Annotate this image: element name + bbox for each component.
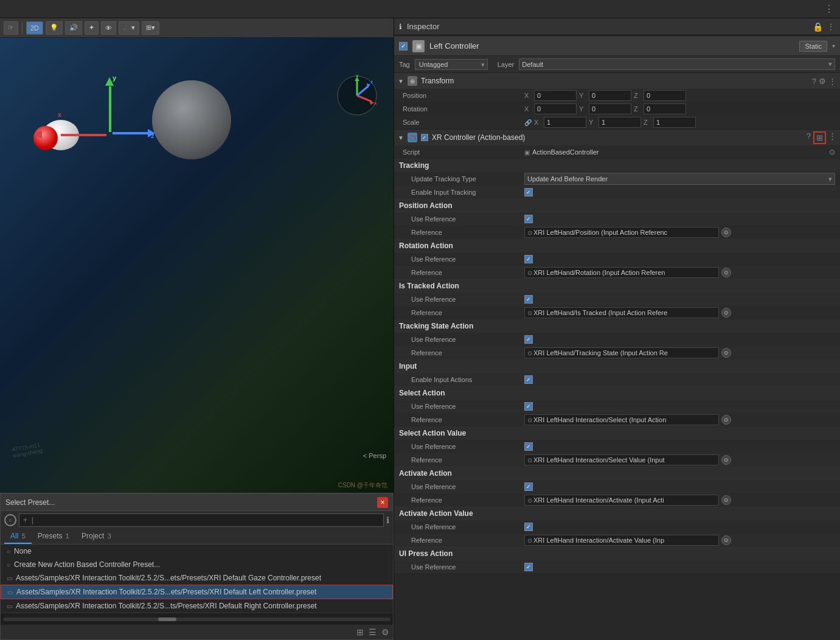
inspector-icons: 🔒 ⋮	[813, 22, 835, 32]
rotation-use-reference-checkbox[interactable]: ✓	[524, 255, 533, 263]
tracking-state-ref-btn[interactable]: ⊙	[721, 348, 731, 358]
activate-ref-btn[interactable]: ⊙	[721, 495, 731, 505]
preset-item-create[interactable]: ○ Create New Action Based Controller Pre…	[1, 558, 393, 571]
position-ref-btn[interactable]: ⊙	[721, 228, 731, 237]
preset-close-button[interactable]: ×	[377, 497, 388, 508]
tab-all[interactable]: All 5	[4, 529, 32, 544]
enable-input-tracking-checkbox[interactable]: ✓	[524, 188, 533, 197]
grid-icon-small[interactable]: ⊞	[355, 626, 365, 638]
tag-layer-row: Tag Untagged ▾ Layer Default ▾	[394, 56, 840, 73]
activate-value-use-reference-checkbox[interactable]: ✓	[524, 523, 533, 531]
preset-header: Select Preset... ×	[1, 494, 393, 511]
activate-reference-label: Reference	[403, 496, 524, 504]
is-tracked-use-reference-value: ✓	[524, 295, 835, 304]
is-tracked-action-label: Is Tracked Action	[399, 282, 521, 290]
position-value: X Y Z	[524, 90, 835, 101]
tracking-state-reference-value: ⊙ XRI LeftHand/Tracking State (Input Act…	[524, 347, 835, 358]
object-active-checkbox[interactable]: ✓	[399, 42, 408, 50]
preset-scrollbar[interactable]	[1, 613, 393, 625]
select-value-use-reference-value: ✓	[524, 442, 835, 451]
tracking-state-use-reference-checkbox[interactable]: ✓	[524, 335, 533, 344]
xr-menu-icon[interactable]: ⋮	[828, 131, 836, 144]
update-tracking-type-dropdown[interactable]: Update And Before Render ▾	[524, 173, 835, 185]
layer-dropdown[interactable]: Default ▾	[519, 58, 835, 70]
sz-input[interactable]	[653, 117, 696, 128]
is-tracked-ref-btn[interactable]: ⊙	[721, 308, 731, 318]
rz-input[interactable]	[644, 103, 686, 114]
select-value-reference-field[interactable]: ⊙ XRI LeftHand Interaction/Select Value …	[524, 454, 719, 465]
2d-btn[interactable]: 2D	[26, 21, 43, 35]
effects-btn[interactable]: ✦	[85, 21, 99, 35]
activate-reference-field[interactable]: ⊙ XRI LeftHand Interaction/Activate (Inp…	[524, 495, 719, 506]
inspector-menu-icon[interactable]: ⋮	[827, 22, 835, 32]
is-tracked-ref-icon: ⊙	[527, 310, 532, 316]
tab-project[interactable]: Project 3	[75, 529, 117, 544]
tab-presets[interactable]: Presets 1	[32, 529, 75, 544]
activate-use-reference-checkbox[interactable]: ✓	[524, 482, 533, 491]
rx-input[interactable]	[534, 103, 577, 114]
activate-value-ref-btn[interactable]: ⊙	[721, 535, 731, 545]
py-input[interactable]	[589, 90, 631, 101]
top-bar-menu-icon[interactable]: ⋮	[824, 3, 835, 15]
is-tracked-use-reference-checkbox[interactable]: ✓	[524, 295, 533, 304]
xr-controller-header[interactable]: ▼ 🎮 ✓ XR Controller (Action-based) ? ⊞ ⋮	[394, 130, 840, 145]
activate-value-use-reference-row: Use Reference ✓	[394, 520, 840, 534]
xr-active-checkbox[interactable]: ✓	[421, 134, 428, 141]
transform-header[interactable]: ▼ ⊕ Transform ? ⚙ ⋮	[394, 73, 840, 89]
position-reference-field[interactable]: ⊙ XRI LeftHand/Position (Input Action Re…	[524, 227, 719, 238]
grid-btn[interactable]: ⊞▾	[142, 21, 159, 35]
select-ref-btn[interactable]: ⊙	[721, 415, 731, 425]
xr-controller-title: XR Controller (Action-based)	[432, 133, 803, 142]
preset-search-input[interactable]	[19, 513, 384, 527]
transform-settings-icon[interactable]: ⚙	[819, 77, 826, 86]
hand-tool-btn[interactable]: ☞	[4, 21, 18, 35]
activate-value-reference-field[interactable]: ⊙ XRI LeftHand Interaction/Activate Valu…	[524, 535, 719, 546]
tracking-state-reference-row: Reference ⊙ XRI LeftHand/Tracking State …	[394, 346, 840, 360]
static-dropdown-arrow[interactable]: ▾	[832, 43, 835, 49]
xr-presets-icon[interactable]: ⊞	[813, 131, 826, 144]
is-tracked-reference-field[interactable]: ⊙ XRI LeftHand/Is Tracked (Input Action …	[524, 307, 719, 318]
script-circle-btn[interactable]: ⊙	[829, 148, 835, 156]
scene-view[interactable]: y x z y x z	[0, 38, 394, 493]
select-use-reference-checkbox[interactable]: ✓	[524, 402, 533, 411]
static-button[interactable]: Static	[799, 41, 827, 52]
tag-dropdown[interactable]: Untagged ▾	[415, 59, 488, 70]
position-use-reference-checkbox[interactable]: ✓	[524, 215, 533, 223]
ry-input[interactable]	[589, 103, 631, 114]
preset-info-icon[interactable]: ℹ	[386, 515, 389, 525]
select-value-use-reference-checkbox[interactable]: ✓	[524, 442, 533, 451]
activate-value-use-reference-value: ✓	[524, 523, 835, 531]
rotation-ref-btn[interactable]: ⊙	[721, 268, 731, 277]
list-icon[interactable]: ☰	[367, 626, 378, 638]
preset-item-right[interactable]: ▭ Assets/Samples/XR Interaction Toolkit/…	[1, 599, 393, 613]
preset-item-gaze[interactable]: ▭ Assets/Samples/XR Interaction Toolkit/…	[1, 571, 393, 585]
rotation-reference-field[interactable]: ⊙ XRI LeftHand/Rotation (Input Action Re…	[524, 267, 719, 278]
activate-value-use-reference-label: Use Reference	[403, 523, 524, 530]
input-header-row: Input	[394, 360, 840, 373]
sx-input[interactable]	[544, 117, 586, 128]
lighting-btn[interactable]: 💡	[46, 21, 63, 35]
preset-item-left[interactable]: ▭ Assets/Samples/XR Interaction Toolkit/…	[1, 585, 393, 599]
camera-btn[interactable]: 🎥▾	[119, 21, 139, 35]
gizmo-area[interactable]: y x z	[333, 71, 381, 120]
audio-btn[interactable]: 🔊	[65, 21, 82, 35]
activate-reference-row: Reference ⊙ XRI LeftHand Interaction/Act…	[394, 493, 840, 507]
tracking-state-reference-field[interactable]: ⊙ XRI LeftHand/Tracking State (Input Act…	[524, 347, 719, 358]
preset-item-none[interactable]: ○ None	[1, 544, 393, 558]
xr-help-icon[interactable]: ?	[807, 131, 811, 144]
lock-icon[interactable]: 🔒	[813, 22, 823, 32]
select-reference-field[interactable]: ⊙ XRI LeftHand Interaction/Select (Input…	[524, 414, 719, 425]
enable-input-actions-checkbox[interactable]: ✓	[524, 375, 533, 384]
ui-press-use-reference-checkbox[interactable]: ✓	[524, 563, 533, 571]
pz-input[interactable]	[644, 90, 686, 101]
px-input[interactable]	[534, 90, 577, 101]
transform-menu-icon[interactable]: ⋮	[828, 77, 836, 86]
transform-help-icon[interactable]: ?	[812, 77, 816, 86]
select-value-ref-btn[interactable]: ⊙	[721, 455, 731, 465]
rotation-use-reference-label: Use Reference	[403, 256, 524, 263]
hidden-btn[interactable]: 👁	[101, 21, 116, 35]
svg-text:x: x	[374, 100, 377, 106]
sy-input[interactable]	[599, 117, 641, 128]
settings-icon[interactable]: ⚙	[380, 626, 390, 638]
z-axis-label: z	[151, 132, 154, 139]
